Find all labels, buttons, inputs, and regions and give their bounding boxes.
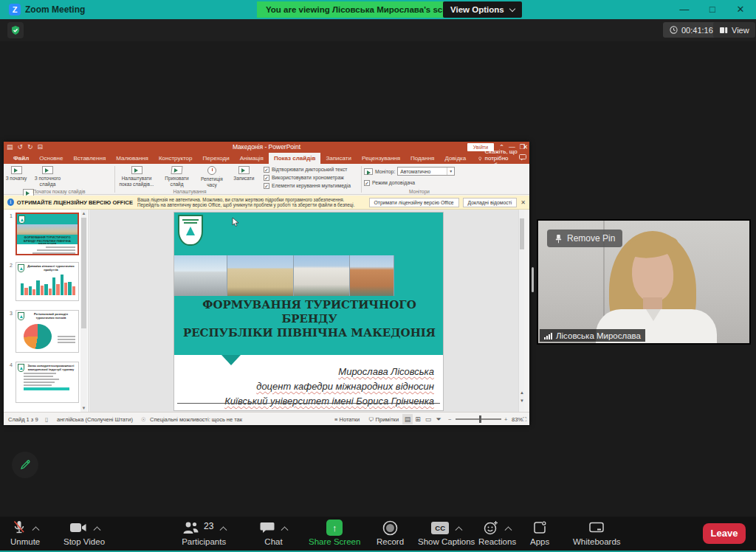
thumbnail-row-4[interactable]: 4 Запас конкурентоспроможності македонсь… (7, 362, 79, 403)
slideshow-view-icon[interactable]: ⏷ (433, 414, 444, 424)
ppt-comments-icon[interactable] (519, 154, 526, 161)
slide-2-thumbnail[interactable]: Динаміка кількості туристичних прибуттів (16, 262, 79, 301)
zoom-slider-handle[interactable] (479, 415, 481, 423)
license-close-icon[interactable]: ✕ (520, 199, 526, 206)
from-beginning-button[interactable]: З початку (5, 164, 27, 182)
tab-record[interactable]: Записати (320, 153, 357, 164)
narrations-checkbox-row[interactable]: Відтворювати дикторський текст (264, 165, 358, 173)
slide-divider-line (177, 403, 440, 404)
view-options-button[interactable]: View Options (443, 1, 522, 18)
zoom-in-icon[interactable]: + (504, 416, 507, 423)
tab-view[interactable]: Подання (405, 153, 439, 164)
slide-scrollbar[interactable]: ▲ ▼ (518, 210, 524, 412)
get-office-button[interactable]: Отримати ліцензійну версію Office (369, 198, 459, 207)
security-shield-button[interactable] (7, 22, 24, 38)
monitor-dropdown[interactable]: Автоматично ▾ (397, 167, 455, 176)
campus-photo-strip (174, 255, 444, 296)
close-button[interactable]: ✕ (731, 3, 750, 16)
slide-sorter-icon[interactable]: ⊞ (413, 414, 423, 424)
slide-4-thumbnail[interactable]: Запас конкурентоспроможності македонсько… (16, 362, 79, 403)
video-options-chevron[interactable] (93, 526, 100, 534)
dropdown-arrow-icon: ▾ (447, 168, 454, 175)
chat-options-chevron[interactable] (281, 526, 289, 534)
presenter-view-checkbox-row[interactable]: Режим доповідача (364, 179, 475, 187)
show-captions-button[interactable]: CC Show Captions (418, 520, 475, 546)
apps-button[interactable]: Apps (530, 520, 549, 546)
record-button[interactable]: Record (377, 520, 404, 546)
from-current-slide-button[interactable]: З поточного слайда (30, 164, 64, 187)
panel-resize-handle[interactable] (532, 267, 534, 292)
timings-checkbox-row[interactable]: Використовувати хронометраж (264, 173, 358, 182)
view-options-label: View Options (450, 5, 504, 14)
captions-options-chevron[interactable] (456, 526, 463, 534)
reactions-button[interactable]: Reactions (478, 520, 516, 546)
license-details-button[interactable]: Докладні відомості (463, 198, 518, 207)
view-layout-button[interactable]: View (713, 22, 755, 38)
thumbnail-row-1[interactable]: 1 ФОРМУВАННЯ ТУРИСТИЧНОГО БРЕНДУ РЕСПУБЛ… (7, 213, 79, 255)
minimize-button[interactable]: — (675, 3, 694, 16)
tab-animations[interactable]: Анімація (235, 153, 269, 164)
slide-thumbnail-panel: 1 ФОРМУВАННЯ ТУРИСТИЧНОГО БРЕНДУ РЕСПУБЛ… (4, 210, 89, 412)
pinned-video-tile[interactable]: Remove Pin Лісовська Мирослава (537, 219, 751, 345)
slide-1-thumbnail-selected[interactable]: ФОРМУВАННЯ ТУРИСТИЧНОГО БРЕНДУ РЕСПУБЛІК… (16, 213, 79, 255)
from-current-icon (42, 166, 53, 174)
university-logo-mini (18, 312, 24, 320)
reactions-options-chevron[interactable] (505, 526, 512, 534)
hide-slide-button[interactable]: Приховати слайд (160, 164, 193, 187)
record-slideshow-button[interactable]: Записати (230, 164, 257, 182)
language-status[interactable]: англійська (Сполучені Штати) (57, 416, 133, 423)
group-start-label: Початок показу слайдів (5, 189, 113, 194)
rehearse-timings-button[interactable]: Репетиція часу (196, 164, 227, 187)
view-switcher[interactable]: ▤ ⊞ ▭ ⏷ (402, 414, 444, 424)
next-slide-icon[interactable]: ▼ (519, 397, 525, 404)
tab-review[interactable]: Рецензування (357, 153, 405, 164)
media-controls-checkbox-row[interactable]: Елементи керування мультимедіа (264, 182, 358, 190)
maximize-button[interactable]: □ (703, 3, 722, 16)
leave-button[interactable]: Leave (703, 523, 746, 544)
zoom-percentage[interactable]: 83% (512, 416, 523, 423)
ppt-status-bar: Слайд 1 з 9 ▯ англійська (Сполучені Штат… (4, 412, 529, 425)
zoom-slider[interactable] (456, 418, 501, 420)
current-slide[interactable]: ФОРМУВАННЯ ТУРИСТИЧНОГО БРЕНДУ РЕСПУБЛІК… (173, 212, 444, 411)
slide-3-thumbnail[interactable]: Регіональний розподіл туристичних потокі… (16, 310, 79, 353)
photo-red-building (350, 255, 394, 296)
scroll-down-icon[interactable]: ▼ (80, 404, 87, 412)
stop-video-button[interactable]: Stop Video (63, 520, 105, 546)
tab-draw[interactable]: Малювання (111, 153, 154, 164)
scrollbar-thumb[interactable] (81, 218, 86, 328)
normal-view-icon[interactable]: ▤ (402, 414, 413, 424)
chat-button[interactable]: Chat (260, 520, 287, 546)
tab-insert[interactable]: Вставлення (69, 153, 111, 164)
participants-options-chevron[interactable] (220, 526, 227, 534)
meeting-toolbar: Unmute Stop Video 23 (0, 517, 756, 551)
tab-help[interactable]: Довідка (439, 153, 471, 164)
accessibility-status[interactable]: Спеціальні можливості: щось не так (150, 416, 242, 423)
notes-button[interactable]: ≡ Нотатки (334, 416, 360, 423)
previous-slide-icon[interactable]: ▲ (519, 389, 525, 396)
annotate-button[interactable] (12, 452, 38, 478)
whiteboards-button[interactable]: Whiteboards (573, 520, 621, 546)
fit-slide-icon[interactable]: ⛶ (523, 416, 526, 424)
participant-video: Remove Pin Лісовська Мирослава (538, 221, 749, 343)
tab-file[interactable]: Файл (8, 153, 34, 164)
share-screen-button[interactable]: ↑ Share Screen (309, 520, 360, 546)
thumbnail-row-3[interactable]: 3 Регіональний розподіл туристичних пото… (7, 310, 79, 353)
reading-view-icon[interactable]: ▭ (423, 414, 433, 424)
tab-slideshow-active[interactable]: Показ слайдів (269, 153, 321, 164)
tab-transitions[interactable]: Переходи (198, 153, 235, 164)
scrollbar-thumb[interactable] (520, 218, 524, 249)
tab-design[interactable]: Конструктор (154, 153, 198, 164)
participants-button[interactable]: 23 Participants (182, 520, 226, 546)
pie-chart-mini (24, 324, 52, 349)
tab-home[interactable]: Основне (34, 153, 68, 164)
unmute-button[interactable]: Unmute (10, 520, 40, 546)
audio-options-chevron[interactable] (32, 526, 39, 534)
comments-button[interactable]: 🗩 Примітки (368, 416, 399, 423)
setup-slideshow-button[interactable]: Налаштувати показ слайдів... (116, 164, 157, 187)
thumbnail-row-2[interactable]: 2 Динаміка кількості туристичних прибутт… (7, 262, 79, 301)
spellcheck-icon[interactable]: ▯ (45, 416, 48, 423)
scroll-up-icon[interactable]: ▲ (80, 210, 87, 217)
zoom-out-icon[interactable]: − (448, 416, 451, 423)
remove-pin-button[interactable]: Remove Pin (547, 230, 622, 247)
thumbnail-scrollbar[interactable]: ▲ ▼ (80, 210, 87, 412)
